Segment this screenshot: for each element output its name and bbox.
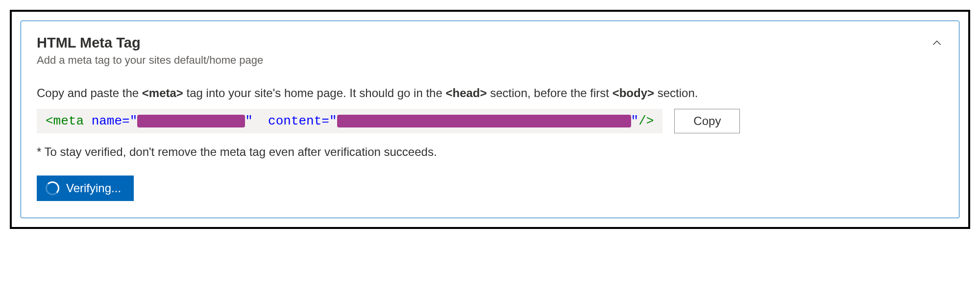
- meta-tag-panel: HTML Meta Tag Add a meta tag to your sit…: [21, 21, 959, 218]
- instruction-body-tag: <body>: [612, 86, 654, 100]
- instruction-part: tag into your site's home page. It shoul…: [187, 86, 446, 100]
- code-quote: ": [130, 114, 138, 128]
- spinner-icon: [46, 181, 59, 195]
- code-attr-name: name=: [92, 114, 130, 128]
- chevron-up-icon[interactable]: [931, 35, 943, 51]
- verify-button[interactable]: Verifying...: [37, 176, 134, 201]
- verification-note: * To stay verified, don't remove the met…: [37, 145, 943, 159]
- verify-button-label: Verifying...: [66, 181, 121, 195]
- code-open-bracket: <: [46, 114, 53, 128]
- code-quote: ": [329, 114, 337, 128]
- panel-title: HTML Meta Tag: [37, 35, 263, 51]
- panel-header: HTML Meta Tag Add a meta tag to your sit…: [37, 35, 943, 86]
- code-space: [253, 114, 268, 128]
- instruction-text: Copy and paste the <meta> tag into your …: [37, 86, 943, 100]
- code-quote: ": [245, 114, 253, 128]
- panel-subtitle: Add a meta tag to your sites default/hom…: [37, 54, 263, 67]
- code-close: />: [638, 114, 654, 128]
- code-quote: ": [631, 114, 639, 128]
- redacted-content-value: [337, 115, 631, 127]
- panel-title-block: HTML Meta Tag Add a meta tag to your sit…: [37, 35, 263, 86]
- code-attr-content: content=: [268, 114, 329, 128]
- outer-frame: HTML Meta Tag Add a meta tag to your sit…: [10, 10, 970, 229]
- instruction-head-tag: <head>: [445, 86, 487, 100]
- code-row: <meta name="" content="" /> Copy: [37, 109, 943, 133]
- instruction-meta-tag: <meta>: [142, 86, 183, 100]
- code-space: [84, 114, 92, 128]
- redacted-name-value: [137, 115, 245, 127]
- instruction-part: Copy and paste the: [37, 86, 142, 100]
- meta-tag-code[interactable]: <meta name="" content="" />: [37, 109, 662, 133]
- code-element: meta: [53, 114, 84, 128]
- instruction-part: section, before the first: [490, 86, 612, 100]
- copy-button[interactable]: Copy: [674, 109, 740, 133]
- instruction-part: section.: [658, 86, 698, 100]
